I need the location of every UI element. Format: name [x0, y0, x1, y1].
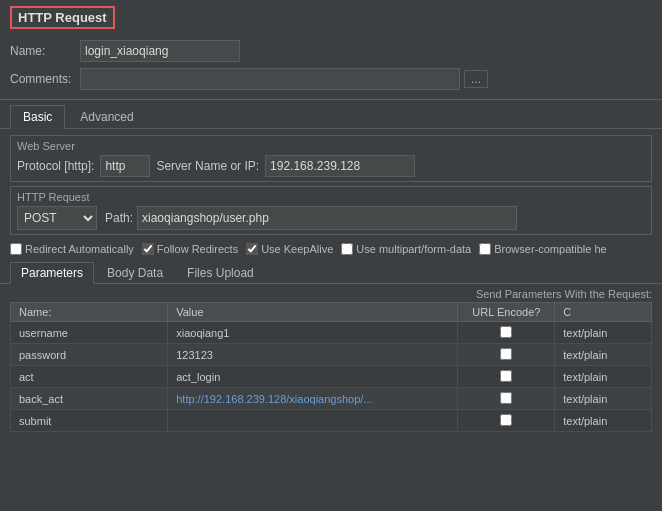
param-value-cell: xiaoqiang1: [168, 322, 458, 344]
path-label: Path:: [105, 211, 133, 225]
http-request-section: HTTP Request POST GET Path:: [10, 186, 652, 235]
table-row: password123123text/plain: [11, 344, 652, 366]
comments-input[interactable]: [80, 68, 460, 90]
checkboxes-row: Redirect Automatically Follow Redirects …: [0, 239, 662, 259]
tab-advanced[interactable]: Advanced: [67, 105, 146, 129]
follow-redirects-label: Follow Redirects: [157, 243, 238, 255]
title-bar: HTTP Request: [0, 0, 662, 33]
protocol-row: Protocol [http]: Server Name or IP:: [17, 155, 645, 177]
separator-1: [0, 99, 662, 100]
param-name-cell: username: [11, 322, 168, 344]
follow-redirects-checkbox[interactable]: [142, 243, 154, 255]
sub-tabs: Parameters Body Data Files Upload: [0, 259, 662, 284]
server-label: Server Name or IP:: [156, 159, 259, 173]
browser-compat-checkbox-label[interactable]: Browser-compatible he: [479, 243, 607, 255]
col-header-content-type: C: [555, 303, 652, 322]
redirect-auto-checkbox[interactable]: [10, 243, 22, 255]
param-name-cell: password: [11, 344, 168, 366]
table-row: back_acthttp://192.168.239.128/xiaoqiang…: [11, 388, 652, 410]
table-header-row: Name: Value URL Encode? C: [11, 303, 652, 322]
param-name-cell: back_act: [11, 388, 168, 410]
param-name-cell: act: [11, 366, 168, 388]
param-url-encode-cell[interactable]: [458, 410, 555, 432]
param-name-cell: submit: [11, 410, 168, 432]
main-tabs: Basic Advanced: [0, 102, 662, 129]
multipart-checkbox-label[interactable]: Use multipart/form-data: [341, 243, 471, 255]
url-encode-checkbox[interactable]: [500, 326, 512, 338]
col-header-url-encode: URL Encode?: [458, 303, 555, 322]
web-server-section: Web Server Protocol [http]: Server Name …: [10, 135, 652, 182]
params-table: Name: Value URL Encode? C usernamexiaoqi…: [10, 302, 652, 432]
param-url-encode-cell[interactable]: [458, 322, 555, 344]
tab-basic[interactable]: Basic: [10, 105, 65, 129]
param-content-type-cell: text/plain: [555, 344, 652, 366]
path-input[interactable]: [137, 206, 517, 230]
server-input[interactable]: [265, 155, 415, 177]
params-header: Send Parameters With the Request:: [0, 284, 662, 302]
param-url-encode-cell[interactable]: [458, 344, 555, 366]
web-server-title: Web Server: [17, 140, 645, 152]
param-value-cell: [168, 410, 458, 432]
multipart-checkbox[interactable]: [341, 243, 353, 255]
table-row: actact_logintext/plain: [11, 366, 652, 388]
param-content-type-cell: text/plain: [555, 322, 652, 344]
col-header-name: Name:: [11, 303, 168, 322]
param-content-type-cell: text/plain: [555, 388, 652, 410]
protocol-input[interactable]: [100, 155, 150, 177]
comments-row: Comments: ...: [10, 65, 652, 93]
param-url-encode-cell[interactable]: [458, 388, 555, 410]
redirect-auto-checkbox-label[interactable]: Redirect Automatically: [10, 243, 134, 255]
follow-redirects-checkbox-label[interactable]: Follow Redirects: [142, 243, 238, 255]
name-label: Name:: [10, 44, 80, 58]
sub-tab-files-upload[interactable]: Files Upload: [176, 262, 265, 284]
url-encode-checkbox[interactable]: [500, 370, 512, 382]
http-req-label: HTTP Request: [17, 191, 645, 203]
param-content-type-cell: text/plain: [555, 410, 652, 432]
dots-button[interactable]: ...: [464, 70, 488, 88]
redirect-auto-label: Redirect Automatically: [25, 243, 134, 255]
param-content-type-cell: text/plain: [555, 366, 652, 388]
dialog-title: HTTP Request: [10, 6, 115, 29]
param-value-cell: http://192.168.239.128/xiaoqiangshop/...: [168, 388, 458, 410]
keep-alive-checkbox[interactable]: [246, 243, 258, 255]
sub-tab-parameters[interactable]: Parameters: [10, 262, 94, 284]
comments-label: Comments:: [10, 72, 80, 86]
multipart-label: Use multipart/form-data: [356, 243, 471, 255]
table-row: usernamexiaoqiang1text/plain: [11, 322, 652, 344]
browser-compat-label: Browser-compatible he: [494, 243, 607, 255]
keep-alive-checkbox-label[interactable]: Use KeepAlive: [246, 243, 333, 255]
keep-alive-label: Use KeepAlive: [261, 243, 333, 255]
params-table-container: Name: Value URL Encode? C usernamexiaoqi…: [0, 302, 662, 432]
url-encode-checkbox[interactable]: [500, 348, 512, 360]
name-input[interactable]: [80, 40, 240, 62]
url-encode-checkbox[interactable]: [500, 392, 512, 404]
params-header-text: Send Parameters With the Request:: [476, 288, 652, 300]
method-select[interactable]: POST GET: [17, 206, 97, 230]
protocol-label: Protocol [http]:: [17, 159, 94, 173]
name-section: Name: Comments: ...: [0, 33, 662, 97]
sub-tab-body-data[interactable]: Body Data: [96, 262, 174, 284]
browser-compat-checkbox[interactable]: [479, 243, 491, 255]
name-row: Name:: [10, 37, 652, 65]
param-url-encode-cell[interactable]: [458, 366, 555, 388]
url-encode-checkbox[interactable]: [500, 414, 512, 426]
table-row: submittext/plain: [11, 410, 652, 432]
col-header-value: Value: [168, 303, 458, 322]
param-value-cell: 123123: [168, 344, 458, 366]
method-row: POST GET Path:: [17, 206, 645, 230]
param-value-cell: act_login: [168, 366, 458, 388]
